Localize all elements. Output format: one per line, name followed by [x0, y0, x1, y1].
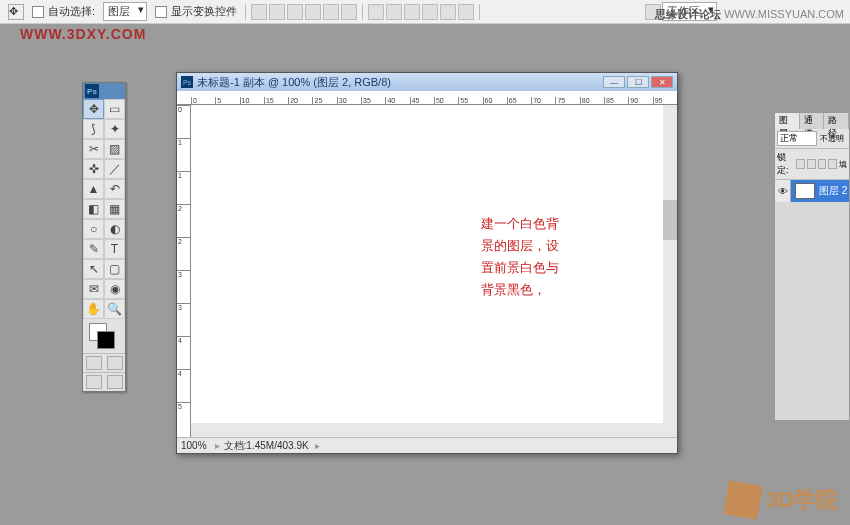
heal-tool[interactable]: ✜	[83, 159, 104, 179]
ruler-vertical: 0112233445	[177, 105, 191, 437]
marquee-tool[interactable]: ▭	[104, 99, 125, 119]
pen-tool[interactable]: ✎	[83, 239, 104, 259]
distribute-icon[interactable]	[368, 4, 384, 20]
layers-panel: 图层 通道 路径 正常 不透明 锁定: 填 👁 图层 2	[774, 112, 850, 421]
quickmask-mode[interactable]	[107, 356, 123, 370]
show-transform-checkbox[interactable]	[155, 6, 167, 18]
toolbox-header[interactable]: Ps	[83, 83, 125, 99]
auto-select-label: 自动选择:	[48, 4, 95, 19]
close-button[interactable]: ✕	[651, 76, 673, 88]
align-icon[interactable]	[323, 4, 339, 20]
ps-icon: Ps	[85, 84, 99, 98]
stamp-tool[interactable]: ▲	[83, 179, 104, 199]
tab-channels[interactable]: 通道	[800, 113, 825, 129]
align-icon[interactable]	[269, 4, 285, 20]
distribute-icon[interactable]	[440, 4, 456, 20]
zoom-tool[interactable]: 🔍	[104, 299, 125, 319]
distribute-icon[interactable]	[458, 4, 474, 20]
watermark-3dxy: WWW.3DXY.COM	[20, 26, 146, 42]
layer-name[interactable]: 图层 2	[819, 184, 847, 198]
auto-select-checkbox[interactable]	[32, 6, 44, 18]
hand-tool[interactable]: ✋	[83, 299, 104, 319]
wand-tool[interactable]: ✦	[104, 119, 125, 139]
lock-pixels-icon[interactable]	[807, 159, 816, 169]
opacity-label: 不透明	[820, 134, 844, 143]
document-window: Ps 未标题-1 副本 @ 100% (图层 2, RGB/8) — ☐ ✕ 0…	[176, 72, 678, 454]
distribute-icon[interactable]	[404, 4, 420, 20]
lock-position-icon[interactable]	[818, 159, 827, 169]
brush-tool[interactable]: ／	[104, 159, 125, 179]
eraser-tool[interactable]: ◧	[83, 199, 104, 219]
ps-doc-icon: Ps	[181, 76, 193, 88]
tutorial-annotation: 建一个白色背景的图层，设置前景白色与背景黑色，	[481, 213, 559, 301]
tab-layers[interactable]: 图层	[775, 113, 800, 129]
lasso-tool[interactable]: ⟆	[83, 119, 104, 139]
move-tool-indicator: ✥	[8, 4, 24, 20]
blend-mode-select[interactable]: 正常	[777, 131, 817, 146]
layer-dropdown[interactable]: 图层	[103, 2, 147, 21]
crop-tool[interactable]: ✂	[83, 139, 104, 159]
type-tool[interactable]: T	[104, 239, 125, 259]
lock-transparency-icon[interactable]	[796, 159, 805, 169]
zoom-level[interactable]: 100%	[181, 440, 207, 451]
file-info: 文档:1.45M/403.9K	[224, 439, 309, 453]
standard-mode[interactable]	[86, 356, 102, 370]
toolbox-panel: Ps ✥ ▭ ⟆ ✦ ✂ ▨ ✜ ／ ▲ ↶ ◧ ▦ ○ ◐ ✎ T ↖ ▢ ✉…	[82, 82, 126, 392]
ruler-horizontal: 05101520253035404550556065707580859095	[177, 91, 677, 105]
document-title: 未标题-1 副本 @ 100% (图层 2, RGB/8)	[197, 75, 391, 90]
layer-thumbnail[interactable]	[795, 183, 815, 199]
document-titlebar[interactable]: Ps 未标题-1 副本 @ 100% (图层 2, RGB/8) — ☐ ✕	[177, 73, 677, 91]
eyedropper-tool[interactable]: ◉	[104, 279, 125, 299]
logo-box-icon	[723, 480, 762, 519]
blur-tool[interactable]: ○	[83, 219, 104, 239]
tab-paths[interactable]: 路径	[824, 113, 849, 129]
distribute-icon[interactable]	[386, 4, 402, 20]
dodge-tool[interactable]: ◐	[104, 219, 125, 239]
show-transform-label: 显示变换控件	[171, 4, 237, 19]
align-icon[interactable]	[305, 4, 321, 20]
watermark-missyuan: 思缘设计论坛 WWW.MISSYUAN.COM	[655, 7, 844, 22]
minimize-button[interactable]: —	[603, 76, 625, 88]
slice-tool[interactable]: ▨	[104, 139, 125, 159]
layer-row[interactable]: 👁 图层 2	[775, 180, 849, 202]
align-icon[interactable]	[341, 4, 357, 20]
distribute-icon[interactable]	[422, 4, 438, 20]
lock-all-icon[interactable]	[828, 159, 837, 169]
status-bar: 100% ▸ 文档:1.45M/403.9K ▸	[177, 437, 677, 453]
path-tool[interactable]: ↖	[83, 259, 104, 279]
watermark-3d-logo: 3D学院	[726, 483, 838, 517]
lock-label: 锁定:	[777, 151, 794, 177]
background-color[interactable]	[97, 331, 115, 349]
notes-tool[interactable]: ✉	[83, 279, 104, 299]
maximize-button[interactable]: ☐	[627, 76, 649, 88]
move-tool[interactable]: ✥	[83, 99, 104, 119]
screen-mode-2[interactable]	[107, 375, 123, 389]
visibility-eye-icon[interactable]: 👁	[775, 180, 791, 202]
shape-tool[interactable]: ▢	[104, 259, 125, 279]
align-icon[interactable]	[287, 4, 303, 20]
canvas[interactable]: 建一个白色背景的图层，设置前景白色与背景黑色，	[191, 105, 677, 437]
screen-mode-1[interactable]	[86, 375, 102, 389]
gradient-tool[interactable]: ▦	[104, 199, 125, 219]
align-icon[interactable]	[251, 4, 267, 20]
history-brush-tool[interactable]: ↶	[104, 179, 125, 199]
